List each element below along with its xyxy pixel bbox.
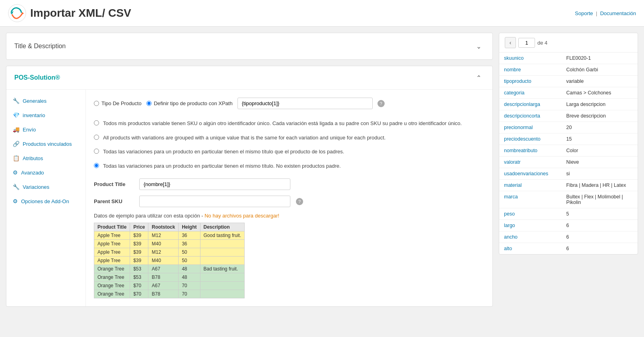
sidebar-item-label: Avanzado xyxy=(21,170,44,176)
xpath-option[interactable]: Definir tipo de producto con XPath xyxy=(146,100,233,106)
example-table: Product Title Price Rootstock Height Des… xyxy=(94,223,245,298)
table-row: Orange Tree $53 A67 48 Bad tasting fruit… xyxy=(94,265,245,273)
variation-option-3-text: Todas las variaciones para un producto e… xyxy=(103,148,344,156)
sidebar-item-variaciones[interactable]: 🔧 Variaciones xyxy=(6,180,86,194)
table-row: Orange Tree $70 B78 70 xyxy=(94,290,245,298)
col-header-rootstock: Rootstock xyxy=(148,223,179,231)
sidebar-item-vinculados[interactable]: 🔗 Productos vinculados xyxy=(6,137,86,151)
data-row: descripcionlarga Larga descripcion xyxy=(499,99,638,110)
pos-title: POS-Solution® xyxy=(14,74,60,81)
data-row: valoratr Nieve xyxy=(499,157,638,168)
col-header-description: Description xyxy=(200,223,245,231)
top-bar: Importar XML/ CSV Soporte | Documentació… xyxy=(0,0,644,27)
parent-sku-row: Parent SKU ? xyxy=(94,196,484,207)
preview-header: ‹ de 4 xyxy=(499,33,638,53)
data-row: tipoproducto variable xyxy=(499,76,638,87)
pos-section: POS-Solution® ⌃ 🔧 Generales 💎 inventario… xyxy=(6,66,493,307)
table-row: Apple Tree $39 M40 36 xyxy=(94,240,245,248)
support-link[interactable]: Soporte xyxy=(575,10,593,16)
tipo-de-producto-label: Tipo De Producto xyxy=(101,100,142,106)
variation-options-group: Todos mis productos variable tienen SKU … xyxy=(94,116,484,173)
sidebar-item-addons[interactable]: ⚙ Opciones de Add-On xyxy=(6,194,86,208)
xpath-radio[interactable] xyxy=(146,101,152,106)
data-row: categoria Camas > Colchones xyxy=(499,87,638,99)
preview-card: ‹ de 4 skuunico FLE0020-1 nombre Colchón… xyxy=(499,33,638,255)
sidebar-item-label: Opciones de Add-On xyxy=(21,198,69,204)
data-row: descripcioncorta Breve descripcion xyxy=(499,110,638,122)
title-description-header[interactable]: Title & Description ⌄ xyxy=(6,33,492,59)
parent-sku-label: Parent SKU xyxy=(94,198,134,204)
col-header-product-title: Product Title xyxy=(94,223,130,231)
left-panel: Title & Description ⌄ POS-Solution® ⌃ 🔧 … xyxy=(6,33,493,337)
table-row: Apple Tree $39 M12 36 Good tasting fruit… xyxy=(94,231,245,240)
variation-radio-4[interactable] xyxy=(94,163,99,168)
product-title-row: Product Title xyxy=(94,178,484,190)
variation-option-4: Todas las variaciones para un producto e… xyxy=(94,159,484,173)
product-type-radio-row: Tipo De Producto Definir tipo de product… xyxy=(94,98,484,109)
data-row: skuunico FLE0020-1 xyxy=(499,53,638,64)
pos-body: 🔧 Generales 💎 inventario 🚚 Envío 🔗 Produ… xyxy=(6,90,492,306)
product-title-label: Product Title xyxy=(94,181,134,187)
pos-collapse-btn[interactable]: ⌃ xyxy=(473,72,484,84)
data-row: preciodescuento 15 xyxy=(499,133,638,145)
page-number-input[interactable] xyxy=(518,38,535,48)
prev-page-btn[interactable]: ‹ xyxy=(505,37,516,48)
right-panel: ‹ de 4 skuunico FLE0020-1 nombre Colchón… xyxy=(499,33,638,337)
variation-option-1: Todos mis productos variable tienen SKU … xyxy=(94,116,484,131)
sidebar-item-inventario[interactable]: 💎 inventario xyxy=(6,108,86,122)
no-files-link[interactable]: No hay archivos para descargar! xyxy=(204,213,279,219)
data-table: skuunico FLE0020-1 nombre Colchón Garbi … xyxy=(499,53,638,254)
pagination-controls: ‹ de 4 xyxy=(505,37,547,48)
tipo-de-producto-option[interactable]: Tipo De Producto xyxy=(94,100,142,106)
xpath-option-label: Definir tipo de producto con XPath xyxy=(154,100,233,106)
parent-sku-help-icon[interactable]: ? xyxy=(296,198,303,205)
xpath-input[interactable] xyxy=(237,98,373,109)
variation-radio-3[interactable] xyxy=(94,149,99,154)
table-row: Apple Tree $39 M12 50 xyxy=(94,248,245,257)
sidebar-item-generales[interactable]: 🔧 Generales xyxy=(6,94,86,108)
wrench-icon: 🔧 xyxy=(13,98,19,104)
data-row: material Fibra | Madera | HR | Latex xyxy=(499,180,638,191)
sidebar-item-label: Variaciones xyxy=(23,184,49,190)
truck-icon: 🚚 xyxy=(13,126,19,133)
col-header-price: Price xyxy=(130,223,148,231)
variation-radio-1[interactable] xyxy=(94,120,99,125)
sidebar-item-envio[interactable]: 🚚 Envío xyxy=(6,122,86,137)
main-layout: Title & Description ⌄ POS-Solution® ⌃ 🔧 … xyxy=(0,27,644,337)
title-description-collapse-btn[interactable]: ⌄ xyxy=(473,40,484,52)
diamond-icon: 💎 xyxy=(13,112,19,118)
sidebar-item-label: inventario xyxy=(23,112,45,118)
table-row: Orange Tree $70 A67 70 xyxy=(94,282,245,290)
variation-option-2: All products with variations are grouped… xyxy=(94,131,484,145)
variation-option-3: Todas las variaciones para un producto e… xyxy=(94,145,484,159)
app-logo-icon xyxy=(8,4,26,22)
link-icon: 🔗 xyxy=(13,141,19,147)
data-row: marca Bultex | Flex | Molimobel | Pikoli… xyxy=(499,191,638,208)
data-row: peso 5 xyxy=(499,208,638,220)
page-title: Importar XML/ CSV xyxy=(30,7,131,20)
pos-header: POS-Solution® ⌃ xyxy=(6,66,492,90)
product-title-input[interactable] xyxy=(139,178,290,190)
title-description-section: Title & Description ⌄ xyxy=(6,33,493,60)
sidebar-item-avanzado[interactable]: ⚙ Avanzado xyxy=(6,165,86,180)
tipo-de-producto-radio[interactable] xyxy=(94,101,99,106)
top-links: Soporte | Documentación xyxy=(575,10,636,16)
variation-option-1-text: Todos mis productos variable tienen SKU … xyxy=(103,120,462,127)
sidebar-item-atributos[interactable]: 📋 Atributos xyxy=(6,151,86,165)
documentation-link[interactable]: Documentación xyxy=(600,10,636,16)
page-of-label: de 4 xyxy=(537,40,547,46)
gear2-icon: ⚙ xyxy=(13,198,18,204)
xpath-help-icon[interactable]: ? xyxy=(377,100,385,107)
variation-radio-2[interactable] xyxy=(94,135,99,140)
data-row: precionormal 20 xyxy=(499,122,638,133)
sample-data-text: Datos de ejemplo para utilizar con esta … xyxy=(94,213,484,219)
variation-option-4-text: Todas las variaciones para un producto e… xyxy=(103,162,341,170)
sidebar-item-label: Envío xyxy=(23,127,36,133)
data-row: usadoenvariaciones si xyxy=(499,168,638,180)
col-header-height: Height xyxy=(179,223,200,231)
title-description-label: Title & Description xyxy=(14,43,66,50)
sidebar-nav: 🔧 Generales 💎 inventario 🚚 Envío 🔗 Produ… xyxy=(6,90,86,306)
data-row: ancho 6 xyxy=(499,231,638,243)
data-row: largo 6 xyxy=(499,220,638,231)
parent-sku-input[interactable] xyxy=(139,196,290,207)
